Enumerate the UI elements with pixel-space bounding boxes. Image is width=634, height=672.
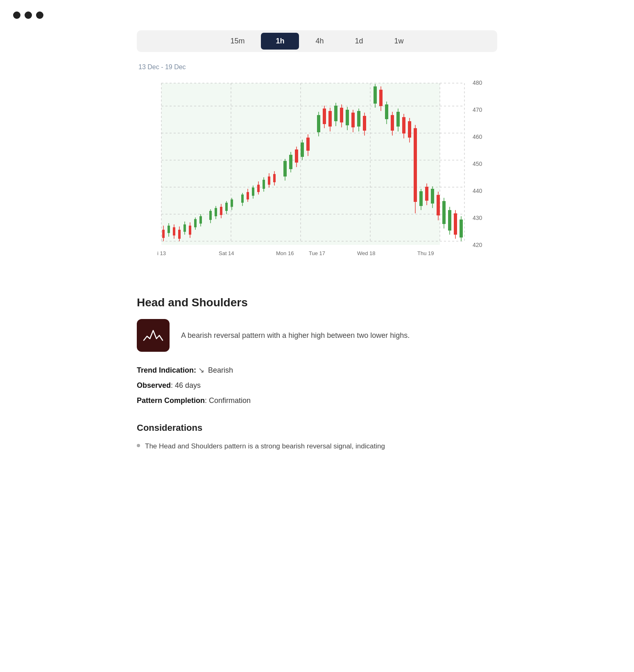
svg-text:440: 440 bbox=[473, 188, 482, 194]
svg-rect-67 bbox=[273, 174, 276, 182]
considerations-title: Considerations bbox=[137, 423, 497, 433]
svg-text:450: 450 bbox=[473, 161, 482, 167]
date-range-label: 13 Dec - 19 Dec bbox=[137, 63, 497, 71]
svg-rect-31 bbox=[168, 226, 170, 233]
svg-rect-125 bbox=[454, 213, 457, 235]
svg-rect-85 bbox=[334, 106, 337, 121]
svg-text:480: 480 bbox=[473, 79, 482, 86]
tf-btn-15m[interactable]: 15m bbox=[215, 33, 259, 50]
svg-rect-109 bbox=[408, 121, 411, 138]
candlestick-chart: 480 470 460 450 440 430 420 i 13 Sat 14 … bbox=[137, 75, 497, 272]
considerations-list: The Head and Shoulders pattern is a stro… bbox=[137, 441, 497, 452]
pattern-description: A bearish reversal pattern with a higher… bbox=[181, 330, 410, 341]
tf-btn-1w[interactable]: 1w bbox=[380, 33, 419, 50]
svg-text:Mon 16: Mon 16 bbox=[276, 250, 294, 256]
svg-text:430: 430 bbox=[473, 215, 482, 221]
svg-rect-95 bbox=[363, 116, 366, 131]
tf-btn-1d[interactable]: 1d bbox=[340, 33, 378, 50]
consideration-text-1: The Head and Shoulders pattern is a stro… bbox=[145, 441, 385, 452]
svg-rect-77 bbox=[306, 138, 310, 151]
svg-text:i 13: i 13 bbox=[157, 250, 166, 256]
observed-row: Observed: 46 days bbox=[137, 380, 497, 391]
svg-rect-33 bbox=[173, 227, 175, 235]
pattern-info: A bearish reversal pattern with a higher… bbox=[137, 319, 497, 352]
svg-rect-117 bbox=[431, 189, 434, 204]
svg-rect-53 bbox=[231, 199, 233, 207]
svg-rect-1 bbox=[161, 83, 440, 245]
svg-rect-29 bbox=[162, 230, 165, 238]
svg-text:Thu 19: Thu 19 bbox=[417, 250, 434, 256]
tf-btn-4h[interactable]: 4h bbox=[301, 33, 338, 50]
svg-rect-111 bbox=[414, 128, 417, 202]
svg-rect-57 bbox=[247, 192, 249, 199]
svg-rect-47 bbox=[215, 208, 217, 216]
svg-rect-91 bbox=[351, 113, 355, 127]
svg-rect-115 bbox=[425, 187, 428, 201]
svg-rect-119 bbox=[437, 195, 440, 215]
svg-text:Wed 18: Wed 18 bbox=[357, 250, 376, 256]
svg-rect-59 bbox=[252, 188, 254, 196]
svg-rect-123 bbox=[448, 210, 451, 231]
bullet-icon bbox=[137, 444, 140, 447]
svg-rect-65 bbox=[268, 176, 270, 185]
trend-value: Bearish bbox=[208, 366, 233, 374]
svg-rect-93 bbox=[357, 111, 360, 127]
svg-text:Tue 17: Tue 17 bbox=[309, 250, 325, 256]
svg-rect-121 bbox=[442, 201, 446, 224]
bearish-arrow-icon: ↘ bbox=[198, 365, 204, 376]
dot-1 bbox=[13, 11, 20, 19]
consideration-item-1: The Head and Shoulders pattern is a stro… bbox=[137, 441, 497, 452]
svg-text:470: 470 bbox=[473, 106, 482, 113]
svg-rect-107 bbox=[402, 117, 405, 133]
svg-rect-101 bbox=[385, 104, 388, 119]
svg-rect-43 bbox=[199, 216, 202, 224]
svg-rect-87 bbox=[340, 108, 343, 122]
svg-rect-113 bbox=[419, 191, 423, 206]
observed-value: : 46 days bbox=[171, 381, 201, 389]
svg-rect-79 bbox=[317, 115, 320, 132]
svg-rect-61 bbox=[257, 185, 260, 192]
svg-text:Sat 14: Sat 14 bbox=[219, 250, 234, 256]
svg-rect-63 bbox=[263, 180, 265, 189]
svg-rect-51 bbox=[225, 203, 228, 211]
tf-btn-1h[interactable]: 1h bbox=[261, 33, 299, 50]
dot-2 bbox=[25, 11, 32, 19]
trend-label: Trend Indication: bbox=[137, 366, 196, 374]
svg-rect-49 bbox=[220, 207, 222, 215]
svg-rect-35 bbox=[178, 230, 181, 239]
svg-rect-89 bbox=[346, 110, 349, 125]
svg-rect-69 bbox=[283, 161, 287, 176]
svg-rect-99 bbox=[379, 90, 383, 106]
svg-rect-127 bbox=[460, 219, 463, 238]
svg-rect-41 bbox=[194, 219, 197, 227]
svg-text:420: 420 bbox=[473, 242, 482, 248]
completion-row: Pattern Completion: Confirmation bbox=[137, 395, 497, 406]
svg-rect-97 bbox=[374, 86, 377, 104]
svg-rect-83 bbox=[328, 111, 332, 127]
svg-rect-73 bbox=[295, 149, 298, 163]
svg-rect-103 bbox=[391, 115, 394, 131]
svg-rect-39 bbox=[189, 226, 191, 235]
svg-rect-71 bbox=[289, 155, 292, 169]
svg-rect-37 bbox=[183, 224, 186, 232]
pattern-icon bbox=[137, 319, 170, 352]
timeframe-selector: 15m 1h 4h 1d 1w bbox=[137, 30, 497, 52]
pattern-title: Head and Shoulders bbox=[137, 296, 497, 309]
svg-rect-81 bbox=[323, 109, 326, 124]
dot-3 bbox=[36, 11, 43, 19]
trend-row: Trend Indication: ↘ Bearish bbox=[137, 365, 497, 376]
svg-rect-45 bbox=[209, 211, 212, 220]
observed-label: Observed bbox=[137, 381, 171, 389]
pattern-details: Trend Indication: ↘ Bearish Observed: 46… bbox=[137, 365, 497, 406]
completion-value: : Confirmation bbox=[205, 396, 251, 405]
svg-rect-105 bbox=[396, 112, 400, 127]
svg-text:460: 460 bbox=[473, 133, 482, 140]
svg-rect-55 bbox=[241, 195, 244, 203]
completion-label: Pattern Completion bbox=[137, 396, 205, 405]
window-dots bbox=[0, 0, 634, 30]
svg-rect-75 bbox=[301, 143, 304, 157]
